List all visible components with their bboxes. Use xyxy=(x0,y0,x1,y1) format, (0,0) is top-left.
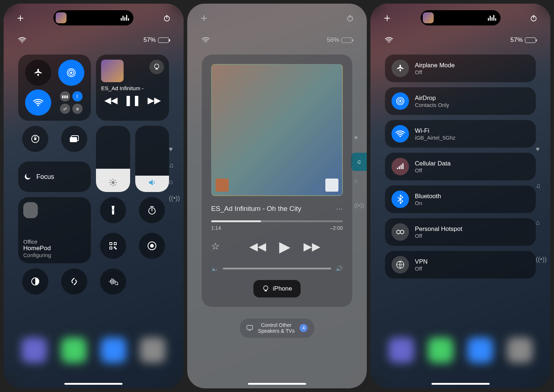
svg-point-34 xyxy=(400,230,404,234)
audio-output-button[interactable]: iPhone xyxy=(253,280,301,297)
favorite-button[interactable]: ☆ xyxy=(211,241,220,252)
next-button[interactable]: ▶▶ xyxy=(148,95,161,105)
row-sub: Contacts Only xyxy=(415,102,449,108)
speaker-icon xyxy=(148,178,156,187)
hotspot-row[interactable]: Personal Hotspot Off xyxy=(385,218,536,246)
heart-icon: ♥ xyxy=(354,135,364,141)
airplane-toggle[interactable] xyxy=(25,60,51,86)
prev-button[interactable]: ◀◀ xyxy=(249,240,266,253)
dark-mode-button[interactable] xyxy=(22,268,48,295)
pause-button[interactable]: ❚❚ xyxy=(124,94,141,106)
svg-rect-29 xyxy=(397,168,398,169)
battery-percent: 57% xyxy=(510,36,523,44)
svg-point-25 xyxy=(400,100,402,102)
brightness-slider[interactable] xyxy=(96,126,130,192)
page-dots-side[interactable]: ♥ ♫ ⌂ ((•)) xyxy=(536,145,547,263)
now-playing-panel: ES_Ad Infinitum - Oh the City ⋯ 1:14 –2:… xyxy=(202,55,353,307)
home-status: Configuring xyxy=(23,252,86,258)
phone-screenshot-connectivity-expanded: 57% ♥ ♫ ⌂ ((•)) Airplane Mode Off xyxy=(370,4,550,388)
home-tile[interactable]: Office HomePod Configuring xyxy=(18,197,91,263)
svg-point-15 xyxy=(150,244,154,248)
airdrop-row[interactable]: AirDrop Contacts Only xyxy=(385,87,536,115)
heart-icon: ♥ xyxy=(169,145,180,153)
row-title: Bluetooth xyxy=(415,193,441,200)
signal-icon: ((•)) xyxy=(354,202,364,209)
album-art-large[interactable] xyxy=(211,64,343,196)
svg-rect-22 xyxy=(247,325,253,329)
power-button[interactable] xyxy=(161,12,173,24)
hotspot-toggle[interactable]: ☍ xyxy=(60,104,70,114)
music-tile[interactable]: ES_Ad Infinitum - ◀◀ ❚❚ ▶▶ xyxy=(96,55,169,121)
cellular-icon xyxy=(392,158,409,175)
signal-icon: ((•)) xyxy=(536,256,547,263)
row-title: AirDrop xyxy=(415,95,449,102)
scrubber[interactable] xyxy=(211,220,343,222)
home-indicator[interactable] xyxy=(431,383,490,385)
phone-screenshot-music-expanded: 56% ♫ ♥ ⌂ ((•)) ES_Ad Infinitum - Oh the… xyxy=(187,4,367,388)
more-button[interactable]: ⋯ xyxy=(336,205,343,213)
airdrop-icon xyxy=(392,92,409,110)
power-button[interactable] xyxy=(528,12,539,24)
airdrop-toggle[interactable] xyxy=(58,60,84,86)
home-device: HomePod xyxy=(23,245,86,252)
row-title: Personal Hotspot xyxy=(415,225,462,233)
airplay-button[interactable] xyxy=(149,60,164,74)
home-indicator[interactable] xyxy=(64,383,123,385)
airplane-icon xyxy=(392,60,409,77)
shazam-button[interactable] xyxy=(61,268,87,295)
battery-icon xyxy=(341,37,352,43)
home-indicator[interactable] xyxy=(248,383,306,385)
prev-button[interactable]: ◀◀ xyxy=(104,95,117,105)
wifi-toggle[interactable] xyxy=(25,89,51,116)
focus-button[interactable]: Focus xyxy=(18,161,91,192)
row-sub: Off xyxy=(415,233,462,239)
bluetooth-row[interactable]: Bluetooth On xyxy=(385,185,536,213)
focus-label: Focus xyxy=(36,173,54,181)
power-button[interactable] xyxy=(344,12,356,24)
page-dots-side[interactable]: ♥ ♫ ⌂ ((•)) xyxy=(169,145,180,202)
sound-recognition-button[interactable] xyxy=(100,268,126,295)
add-control-button[interactable] xyxy=(381,12,393,24)
connectivity-tile[interactable]: ▮▮▮ ᛒ ☍ ⊕ xyxy=(18,55,91,121)
row-sub: Off xyxy=(415,265,427,272)
play-button[interactable]: ▶ xyxy=(279,238,290,255)
home-room: Office xyxy=(23,239,86,245)
track-title: ES_Ad Infinitum - xyxy=(101,85,164,91)
battery-percent: 57% xyxy=(144,36,156,44)
add-control-button[interactable] xyxy=(15,12,26,24)
wifi-row[interactable]: Wi-Fi iGB_Airtel_5Ghz xyxy=(385,120,536,148)
volume-slider[interactable]: 🔈 🔊 xyxy=(211,265,343,272)
album-logo-icon xyxy=(216,179,229,192)
control-other-speakers-button[interactable]: Control Other Speakers & TVs 4 xyxy=(240,319,314,338)
screen-mirroring-button[interactable] xyxy=(61,126,87,152)
moon-icon xyxy=(23,172,32,181)
vpn-toggle[interactable]: ⊕ xyxy=(72,104,83,114)
cellular-toggle[interactable]: ▮▮▮ xyxy=(60,91,70,101)
svg-point-33 xyxy=(397,230,400,234)
airplane-row[interactable]: Airplane Mode Off xyxy=(385,55,536,82)
screen-record-button[interactable] xyxy=(139,233,165,259)
battery-icon xyxy=(158,37,169,43)
timer-button[interactable] xyxy=(139,197,165,223)
next-button[interactable]: ▶▶ xyxy=(304,240,320,253)
svg-point-20 xyxy=(205,42,206,43)
vpn-row[interactable]: VPN Off xyxy=(385,251,536,279)
music-note-icon: ♫ xyxy=(169,162,180,169)
volume-slider[interactable] xyxy=(135,126,169,192)
cellular-row[interactable]: Cellular Data Off xyxy=(385,153,536,180)
orientation-lock-toggle[interactable] xyxy=(22,126,48,152)
svg-rect-30 xyxy=(399,166,400,169)
flashlight-button[interactable] xyxy=(100,197,126,223)
album-art-icon xyxy=(101,60,124,82)
battery-percent: 56% xyxy=(327,36,339,44)
wifi-status-icon xyxy=(202,37,210,43)
heart-icon: ♥ xyxy=(536,145,547,153)
svg-point-5 xyxy=(37,104,39,106)
qr-icon xyxy=(325,179,338,192)
qr-scanner-button[interactable] xyxy=(100,233,126,259)
hotspot-icon xyxy=(392,223,409,241)
bluetooth-toggle[interactable]: ᛒ xyxy=(72,91,83,101)
row-title: Airplane Mode xyxy=(415,62,455,69)
home-icon: ⌂ xyxy=(354,177,364,184)
add-control-button[interactable] xyxy=(198,12,210,24)
